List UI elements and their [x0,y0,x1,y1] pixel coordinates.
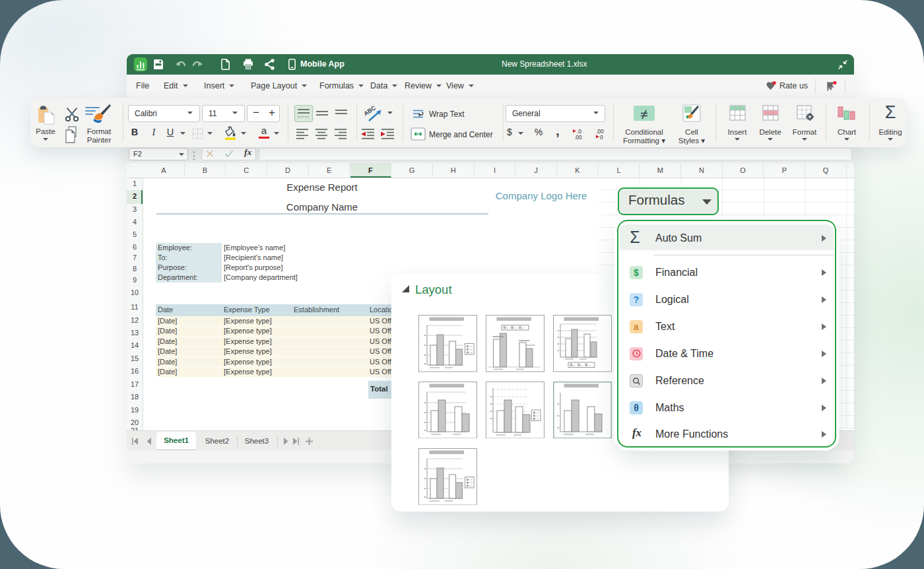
svg-text:0: 0 [600,134,603,140]
svg-text:.00: .00 [574,134,582,140]
